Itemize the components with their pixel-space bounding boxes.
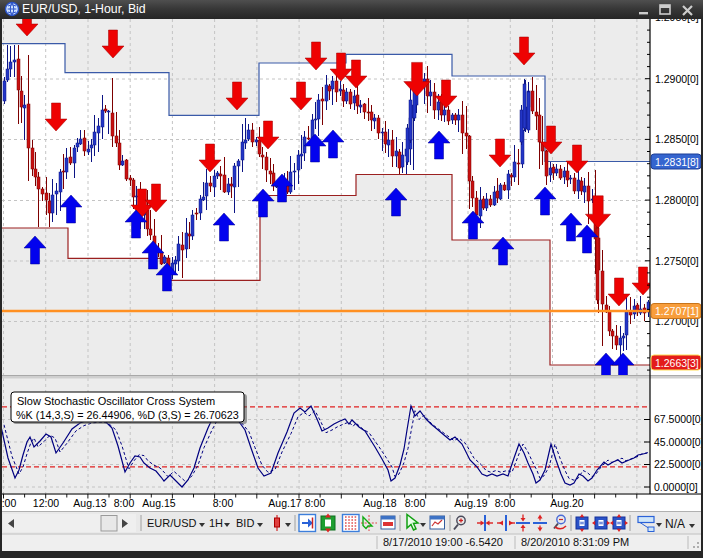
svg-text:EUR/USD: EUR/USD xyxy=(147,517,197,529)
svg-text:BID: BID xyxy=(236,517,254,529)
svg-text:Slow Stochastic Oscillator Cro: Slow Stochastic Oscillator Cross System xyxy=(17,395,215,407)
svg-text:12:00: 12:00 xyxy=(33,497,59,509)
svg-text:8:00: 8:00 xyxy=(114,497,135,509)
svg-text::00: :00 xyxy=(2,497,17,509)
svg-text:1H: 1H xyxy=(209,517,223,529)
svg-text:%K (14,3,S) = 26.44906, %D (3,: %K (14,3,S) = 26.44906, %D (3,S) = 26.70… xyxy=(16,409,239,421)
svg-text:8/20/2010 8:31:09 PM: 8/20/2010 8:31:09 PM xyxy=(521,536,629,548)
svg-text:8:00: 8:00 xyxy=(495,497,516,509)
svg-text:Aug.13: Aug.13 xyxy=(73,497,106,509)
svg-text:1.2663[3]: 1.2663[3] xyxy=(655,357,699,369)
svg-text:67.5000[0]: 67.5000[0] xyxy=(654,413,703,425)
svg-text:Aug.19: Aug.19 xyxy=(454,497,487,509)
svg-text:1.2850[0]: 1.2850[0] xyxy=(655,133,699,145)
svg-text:N/A: N/A xyxy=(665,517,685,531)
svg-text:Aug.20: Aug.20 xyxy=(550,497,583,509)
svg-text:Aug.17: Aug.17 xyxy=(268,497,301,509)
svg-text:Aug.15: Aug.15 xyxy=(142,497,175,509)
svg-text:45.0000[0]: 45.0000[0] xyxy=(654,436,703,448)
svg-text:22.5000[0]: 22.5000[0] xyxy=(654,458,703,470)
svg-text:Aug.18: Aug.18 xyxy=(363,497,396,509)
svg-text:1.2900[0]: 1.2900[0] xyxy=(655,73,699,85)
svg-text:1.2750[0]: 1.2750[0] xyxy=(655,255,699,267)
svg-text:1.2831[8]: 1.2831[8] xyxy=(655,156,699,168)
svg-text:8/17/2010 19:00 -6.5420: 8/17/2010 19:00 -6.5420 xyxy=(383,536,503,548)
svg-text:0.0000[0]: 0.0000[0] xyxy=(654,481,698,493)
svg-text:8:00: 8:00 xyxy=(405,497,426,509)
svg-text:8:00: 8:00 xyxy=(305,497,326,509)
svg-text:1.2707[1]: 1.2707[1] xyxy=(655,305,699,317)
svg-text:1.2800[0]: 1.2800[0] xyxy=(655,194,699,206)
svg-text:8:00: 8:00 xyxy=(213,497,234,509)
